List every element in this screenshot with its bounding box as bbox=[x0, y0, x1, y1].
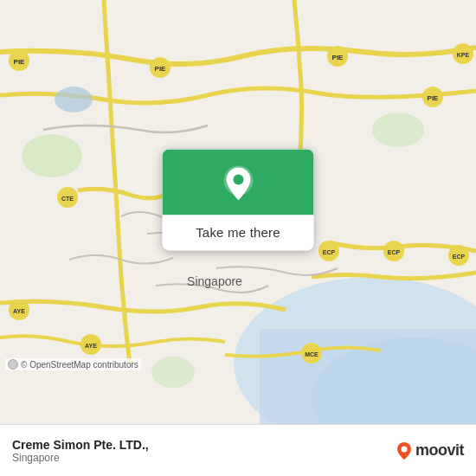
place-location: Singapore bbox=[12, 452, 388, 464]
svg-text:KPE: KPE bbox=[457, 52, 470, 58]
svg-text:PIE: PIE bbox=[155, 65, 167, 73]
attribution-text: © OpenStreetMap contributors bbox=[21, 360, 138, 370]
svg-text:ECP: ECP bbox=[453, 254, 466, 260]
place-info: Creme Simon Pte. LTD., Singapore bbox=[12, 438, 388, 464]
card-green-section bbox=[163, 149, 314, 215]
svg-text:ECP: ECP bbox=[388, 249, 401, 255]
svg-text:PIE: PIE bbox=[14, 58, 26, 66]
svg-text:AYE: AYE bbox=[13, 308, 25, 314]
svg-text:CTE: CTE bbox=[61, 196, 74, 202]
location-card: Take me there bbox=[163, 149, 314, 250]
bottom-bar: Creme Simon Pte. LTD., Singapore moovit bbox=[0, 424, 476, 476]
app: PIE PIE PIE PIE CTE KPE ECP ECP ECP AYE … bbox=[0, 0, 476, 476]
svg-text:Singapore: Singapore bbox=[187, 274, 242, 288]
svg-point-32 bbox=[55, 87, 93, 113]
moovit-pin-icon bbox=[396, 441, 412, 460]
svg-point-36 bbox=[401, 446, 407, 452]
svg-rect-3 bbox=[260, 329, 476, 424]
location-pin-icon bbox=[222, 164, 254, 203]
take-me-there-button[interactable]: Take me there bbox=[163, 215, 314, 250]
svg-text:PIE: PIE bbox=[428, 94, 440, 102]
svg-text:AYE: AYE bbox=[85, 343, 97, 349]
svg-text:PIE: PIE bbox=[332, 54, 344, 61]
svg-text:ECP: ECP bbox=[323, 249, 336, 255]
svg-point-29 bbox=[22, 134, 82, 177]
map-attribution: © OpenStreetMap contributors bbox=[5, 358, 141, 370]
moovit-logo: moovit bbox=[396, 441, 464, 460]
moovit-text: moovit bbox=[415, 441, 464, 460]
svg-point-30 bbox=[372, 113, 424, 147]
osm-icon bbox=[8, 359, 18, 370]
svg-text:MCE: MCE bbox=[305, 351, 318, 357]
place-name: Creme Simon Pte. LTD., bbox=[12, 438, 388, 452]
map-container[interactable]: PIE PIE PIE PIE CTE KPE ECP ECP ECP AYE … bbox=[0, 0, 476, 424]
svg-point-35 bbox=[233, 174, 243, 184]
svg-point-31 bbox=[151, 357, 195, 388]
